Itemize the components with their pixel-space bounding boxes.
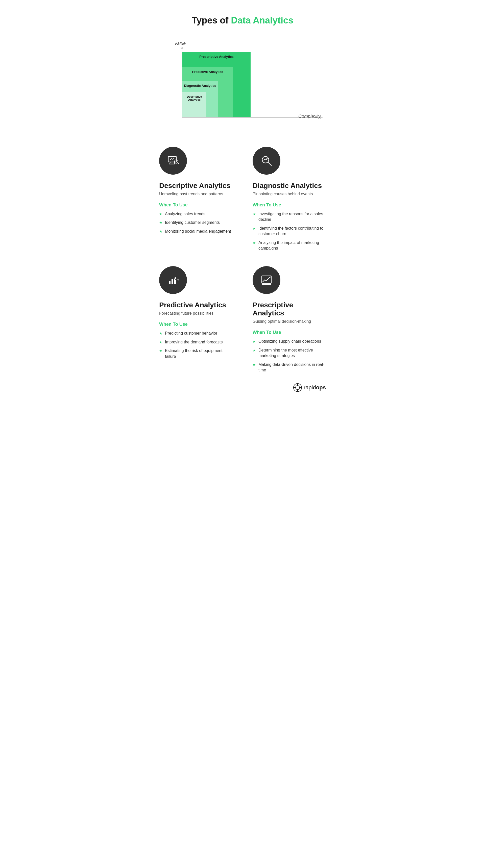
card-prescriptive-title: Prescriptive Analytics [253,301,326,317]
chart-section: Value Complexity Prescriptive Analytics … [159,41,326,127]
x-axis-label: Complexity [298,114,321,119]
card-descriptive: Descriptive Analytics Unraveling past tr… [159,147,232,251]
card-predictive-subtitle: Forecasting future possibilities [159,311,232,316]
list-item: ★Estimating the risk of equipment failur… [159,348,232,359]
svg-line-5 [171,158,173,159]
prescriptive-icon-circle [253,266,280,294]
star-icon: ★ [253,339,256,344]
svg-rect-21 [262,276,271,283]
svg-line-8 [178,163,179,164]
star-icon: ★ [159,331,163,336]
svg-line-10 [268,162,271,165]
card-predictive-when-label: When To Use [159,322,232,327]
bar-label-descriptive: DescriptiveAnalytics [182,95,206,101]
cards-grid: Descriptive Analytics Unraveling past tr… [159,147,326,373]
list-item: ★Identifying the factors contributing to… [253,225,326,237]
card-prescriptive-list: ★Optimizing supply chain operations ★Det… [253,339,326,373]
card-predictive-title: Predictive Analytics [159,301,232,309]
svg-rect-14 [169,281,171,284]
y-axis-arrow [181,46,183,49]
card-descriptive-subtitle: Unraveling past trends and patterns [159,192,232,196]
bar-label-prescriptive: Prescriptive Analytics [182,55,251,59]
brand-logo: rapidops [293,383,326,392]
svg-point-24 [295,385,299,390]
list-item: ★Determining the most effective marketin… [253,347,326,359]
card-descriptive-list: ★Analyzing sales trends ★Identifying cus… [159,211,232,234]
svg-line-11 [264,159,265,160]
star-icon: ★ [159,220,163,225]
card-prescriptive: Prescriptive Analytics Guiding optimal d… [253,266,326,373]
footer: rapidops [159,383,326,392]
list-item: ★Analyzing sales trends [159,211,232,217]
card-diagnostic-when-label: When To Use [253,203,326,208]
star-icon: ★ [253,241,256,246]
svg-rect-15 [172,279,173,284]
star-icon: ★ [159,212,163,217]
descriptive-icon-circle [159,147,187,175]
card-prescriptive-when-label: When To Use [253,330,326,335]
rapidops-logo-icon [293,383,302,392]
svg-line-6 [173,158,174,159]
predictive-icon [167,274,179,286]
list-item: ★Optimizing supply chain operations [253,339,326,344]
star-icon: ★ [253,226,256,231]
star-icon: ★ [253,362,256,367]
bar-label-diagnostic: Diagnostic Analytics [182,84,218,88]
card-predictive-list: ★Predicting customer behavior ★Improving… [159,331,232,359]
bar-label-predictive: Predictive Analytics [182,70,233,74]
list-item: ★Making data-driven decisions in real-ti… [253,362,326,373]
card-predictive: Predictive Analytics Forecasting future … [159,266,232,373]
list-item: ★Improving the demand forecasts [159,339,232,345]
card-diagnostic: Diagnostic Analytics Pinpointing causes … [253,147,326,251]
bar-descriptive: DescriptiveAnalytics [182,92,206,117]
predictive-icon-circle [159,266,187,294]
star-icon: ★ [253,212,256,217]
card-diagnostic-title: Diagnostic Analytics [253,182,326,190]
card-descriptive-when-label: When To Use [159,203,232,208]
svg-line-12 [265,159,266,160]
svg-line-4 [170,158,171,160]
list-item: ★Monitoring social media engagement [159,228,232,234]
card-prescriptive-subtitle: Guiding optimal decision-making [253,319,326,324]
chart-container: Value Complexity Prescriptive Analytics … [159,41,326,127]
svg-line-18 [178,279,179,280]
brand-rapid: rapid [304,384,316,391]
brand-ops: ops [316,384,326,391]
list-item: ★Identifying customer segments [159,220,232,225]
bars-area: Prescriptive Analytics Predictive Analyt… [182,52,251,117]
svg-line-20 [176,277,177,278]
list-item: ★Analyzing the impact of marketing campa… [253,240,326,251]
card-diagnostic-subtitle: Pinpointing causes behind events [253,192,326,196]
page-title: Types of Data Analytics [159,15,326,26]
prescriptive-icon [260,274,273,286]
star-icon: ★ [159,348,163,353]
list-item: ★Investigating the reasons for a sales d… [253,211,326,222]
diagnostic-icon-circle [253,147,280,175]
descriptive-icon [167,154,179,167]
y-axis-label: Value [174,41,186,46]
diagnostic-icon [260,154,273,167]
list-item: ★Predicting customer behavior [159,331,232,336]
card-descriptive-title: Descriptive Analytics [159,182,232,190]
star-icon: ★ [159,340,163,345]
star-icon: ★ [159,229,163,234]
star-icon: ★ [253,348,256,353]
card-diagnostic-list: ★Investigating the reasons for a sales d… [253,211,326,251]
